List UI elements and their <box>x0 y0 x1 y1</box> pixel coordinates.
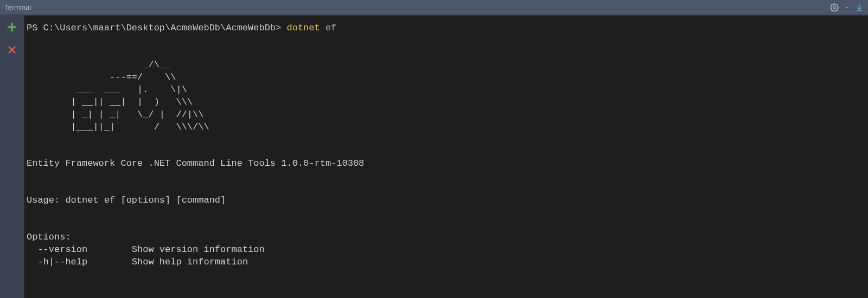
chevron-down-icon[interactable] <box>844 5 850 10</box>
sidebar <box>0 15 24 298</box>
prompt-prefix: PS C:\Users\maart\Desktop\AcmeWebDb\Acme… <box>27 23 286 33</box>
options-header: Options: <box>27 232 71 242</box>
gear-icon[interactable] <box>830 3 839 12</box>
option-flag: -h|--help <box>27 257 126 267</box>
content-area: PS C:\Users\maart\Desktop\AcmeWebDb\Acme… <box>0 15 868 298</box>
titlebar: Terminal <box>0 0 868 15</box>
close-icon[interactable] <box>5 43 18 56</box>
command-rest: ef <box>320 23 337 33</box>
option-desc: Show version information <box>126 244 265 255</box>
terminal-output[interactable]: PS C:\Users\maart\Desktop\AcmeWebDb\Acme… <box>24 15 868 298</box>
svg-point-0 <box>833 7 835 9</box>
ascii-art-line: _/\__ <box>27 60 170 70</box>
plus-icon[interactable] <box>5 21 18 34</box>
ascii-art-line: ___ ___ |. \|\ <box>27 85 187 95</box>
titlebar-label: Terminal <box>4 3 31 11</box>
ascii-art-line: ---==/ \\ <box>27 72 176 82</box>
product-line: Entity Framework Core .NET Command Line … <box>27 158 364 169</box>
ascii-art-line: | _| | _| \_/ | //|\\ <box>27 109 203 120</box>
titlebar-actions <box>830 3 864 12</box>
ascii-art-line: |___||_| / \\\/\\ <box>27 122 209 132</box>
download-icon[interactable] <box>855 3 864 12</box>
ascii-art-line: | __|| __| | ) \\\ <box>27 97 193 107</box>
option-desc: Show help information <box>126 257 248 267</box>
option-flag: --version <box>27 244 126 255</box>
command-main: dotnet <box>286 23 320 33</box>
usage-line: Usage: dotnet ef [options] [command] <box>27 195 226 205</box>
